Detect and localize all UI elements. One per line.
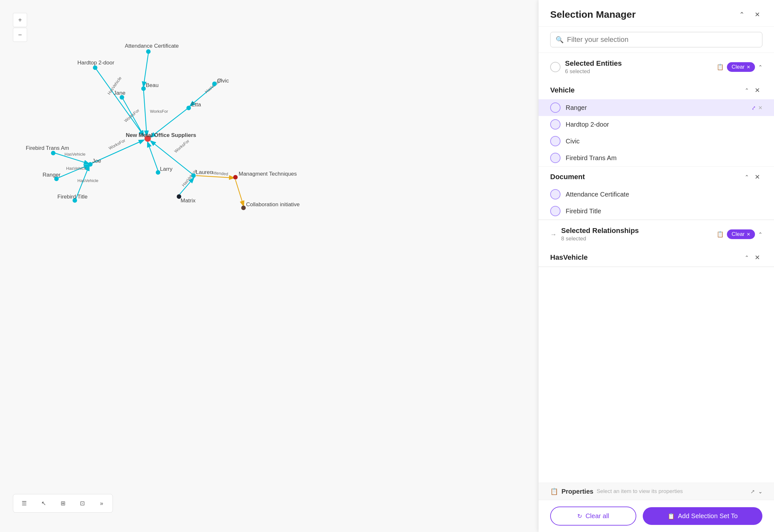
has-vehicle-group: HasVehicle ⌃ ✕ <box>538 247 774 267</box>
svg-text:Matrix: Matrix <box>180 198 196 204</box>
vehicle-item-civic[interactable]: Civic <box>538 133 774 150</box>
entity-circle-entities <box>550 62 560 72</box>
vehicle-group: Vehicle ⌃ ✕ Ranger ⤤ ✕ <box>538 80 774 167</box>
has-vehicle-group-header: HasVehicle ⌃ ✕ <box>538 247 774 266</box>
expand-properties-button[interactable]: ⌄ <box>758 488 762 495</box>
firebird-title-circle <box>550 206 560 216</box>
panel-body: Selected Entities 6 selected 📋 Clear ✕ ⌃… <box>538 53 774 483</box>
selected-entities-title: Selected Entities <box>565 59 712 68</box>
properties-label: Properties <box>561 488 594 495</box>
vehicle-item-hardtop[interactable]: Hardtop 2-door <box>538 116 774 133</box>
svg-text:Collaboration initiative: Collaboration initiative <box>246 201 300 208</box>
graph-canvas[interactable]: HasVehicle WorksFor WorksFor HasVehicle … <box>0 0 580 532</box>
relationship-arrow-icon: → <box>550 231 556 238</box>
remove-document-group-button[interactable]: ✕ <box>752 172 762 182</box>
collapse-has-vehicle-button[interactable]: ⌃ <box>745 255 749 261</box>
clear-all-button[interactable]: ↻ Clear all <box>550 507 636 526</box>
svg-line-23 <box>196 176 234 178</box>
attendance-circle <box>550 189 560 199</box>
svg-text:HasVehicle: HasVehicle <box>66 166 87 171</box>
relationships-header: → Selected Relationships 8 selected 📋 Cl… <box>538 220 774 247</box>
zoom-in-button[interactable]: + <box>13 13 27 27</box>
graph-svg: HasVehicle WorksFor WorksFor HasVehicle … <box>0 0 580 532</box>
svg-text:Hardtop 2-door: Hardtop 2-door <box>77 60 114 66</box>
selected-entities-count: 6 selected <box>565 68 712 75</box>
collapse-relationships-button[interactable]: ⌃ <box>758 231 762 237</box>
svg-line-18 <box>148 142 158 171</box>
vehicle-group-actions: ⌃ ✕ <box>745 85 762 95</box>
svg-text:Managment Techniques: Managment Techniques <box>239 171 297 177</box>
svg-point-50 <box>191 173 196 178</box>
clear-entities-badge[interactable]: Clear ✕ <box>727 62 755 72</box>
box-tool[interactable]: ⊞ <box>57 498 69 509</box>
svg-text:Beau: Beau <box>146 82 159 88</box>
firebird-title-label: Firebird Title <box>566 208 762 215</box>
document-group-actions: ⌃ ✕ <box>745 172 762 182</box>
svg-line-3 <box>143 90 147 135</box>
remove-vehicle-group-button[interactable]: ✕ <box>752 85 762 95</box>
svg-point-32 <box>141 86 146 91</box>
collapse-panel-button[interactable]: ⌃ <box>737 9 747 20</box>
svg-line-2 <box>143 53 148 86</box>
remove-has-vehicle-button[interactable]: ✕ <box>752 252 762 263</box>
svg-text:Jane: Jane <box>113 90 125 96</box>
clear-relationships-badge[interactable]: Clear ✕ <box>727 229 755 239</box>
clear-all-label: Clear all <box>585 512 609 520</box>
relationships-section-actions: 📋 Clear ✕ ⌃ <box>717 229 762 239</box>
svg-line-25 <box>236 180 244 206</box>
external-link-button[interactable]: ➚ <box>750 488 755 495</box>
list-tool[interactable]: ☰ <box>18 498 30 509</box>
document-group-title: Document <box>550 173 585 181</box>
entities-section-actions: 📋 Clear ✕ ⌃ <box>717 62 762 72</box>
add-selection-button[interactable]: 📋 Add Selection Set To <box>643 507 762 525</box>
document-group-header: Document ⌃ ✕ <box>538 167 774 186</box>
ranger-label: Ranger <box>566 104 746 111</box>
selected-relationships-title: Selected Relationships <box>561 227 712 235</box>
more-tools[interactable]: » <box>96 498 107 509</box>
document-item-attendance[interactable]: Attendance Certificate <box>538 186 774 203</box>
firebird-trans-circle <box>550 153 560 163</box>
search-input[interactable] <box>567 35 757 44</box>
zoom-out-button[interactable]: − <box>13 28 27 42</box>
svg-point-28 <box>146 49 150 54</box>
vehicle-item-firebird-trans[interactable]: Firebird Trans Am <box>538 150 774 166</box>
frame-tool[interactable]: ⊡ <box>76 498 88 509</box>
add-selection-label: Add Selection Set To <box>678 512 738 520</box>
panel-header-icons: ⌃ ✕ <box>737 9 762 20</box>
hardtop-circle <box>550 119 560 130</box>
remove-ranger-icon[interactable]: ✕ <box>758 105 762 111</box>
selection-manager-panel: Selection Manager ⌃ ✕ 🔍 Selected Entitie… <box>538 0 774 532</box>
svg-point-38 <box>186 106 191 110</box>
entities-title-group: Selected Entities 6 selected <box>565 59 712 75</box>
collapse-entities-button[interactable]: ⌃ <box>758 64 762 70</box>
collapse-vehicle-button[interactable]: ⌃ <box>745 87 749 93</box>
focus-icon[interactable]: ⤤ <box>751 105 756 111</box>
copy-relationships-button[interactable]: 📋 <box>717 231 724 238</box>
collapse-document-button[interactable]: ⌃ <box>745 174 749 180</box>
svg-text:Joe: Joe <box>92 158 101 164</box>
svg-point-30 <box>93 65 97 70</box>
close-panel-button[interactable]: ✕ <box>752 9 762 20</box>
selected-relationships-count: 8 selected <box>561 236 712 242</box>
svg-text:Etta: Etta <box>191 102 201 108</box>
document-item-firebird-title[interactable]: Firebird Title <box>538 203 774 219</box>
ranger-circle <box>550 102 560 113</box>
clear-entities-label: Clear <box>731 64 745 70</box>
properties-icon: 📋 <box>550 488 558 495</box>
ranger-actions: ⤤ ✕ <box>751 105 762 111</box>
has-vehicle-title: HasVehicle <box>550 253 588 262</box>
search-box: 🔍 <box>538 27 774 53</box>
copy-entities-button[interactable]: 📋 <box>717 63 724 71</box>
clear-relationships-x: ✕ <box>747 232 750 237</box>
hardtop-label: Hardtop 2-door <box>566 121 762 128</box>
select-tool[interactable]: ↖ <box>38 498 49 509</box>
clear-entities-x: ✕ <box>747 64 750 70</box>
civic-label: Civic <box>566 138 762 145</box>
properties-hint: Select an item to view its properties <box>597 488 747 495</box>
selected-entities-header: Selected Entities 6 selected 📋 Clear ✕ ⌃ <box>538 53 774 80</box>
vehicle-item-ranger[interactable]: Ranger ⤤ ✕ <box>538 99 774 116</box>
svg-text:HasVehicle: HasVehicle <box>64 152 85 157</box>
civic-circle <box>550 136 560 146</box>
svg-text:New Metal Office Suppliers: New Metal Office Suppliers <box>126 132 196 138</box>
selected-relationships-section: → Selected Relationships 8 selected 📋 Cl… <box>538 220 774 267</box>
